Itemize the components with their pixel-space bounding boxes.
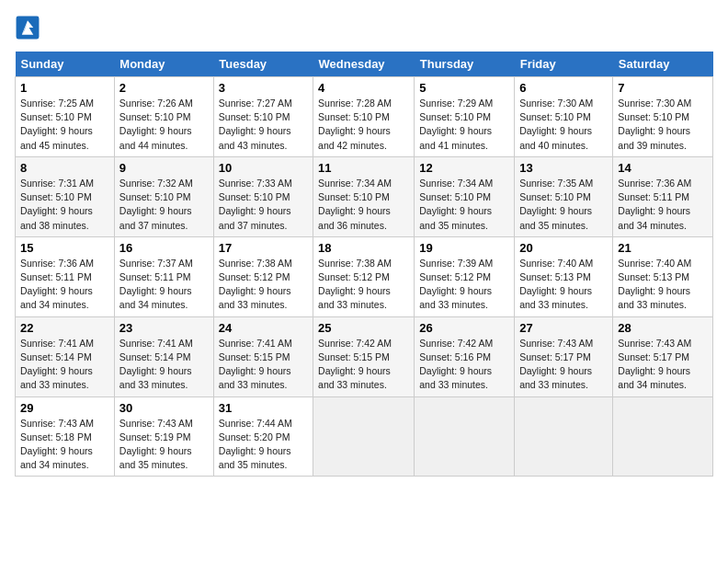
weekday-header-sunday: Sunday [16,52,115,77]
calendar-cell: 25Sunrise: 7:42 AMSunset: 5:15 PMDayligh… [313,316,415,396]
day-number: 28 [618,321,708,335]
calendar-cell: 12Sunrise: 7:34 AMSunset: 5:10 PMDayligh… [415,156,515,236]
day-number: 1 [20,81,109,95]
day-info: Sunrise: 7:40 AMSunset: 5:13 PMDaylight:… [519,257,608,313]
day-number: 16 [119,241,209,255]
day-info: Sunrise: 7:41 AMSunset: 5:14 PMDaylight:… [119,337,209,393]
day-number: 31 [219,401,308,415]
calendar-cell: 9Sunrise: 7:32 AMSunset: 5:10 PMDaylight… [114,156,213,236]
weekday-header-saturday: Saturday [613,52,713,77]
day-info: Sunrise: 7:41 AMSunset: 5:14 PMDaylight:… [20,337,109,393]
day-number: 24 [219,321,308,335]
calendar-cell: 14Sunrise: 7:36 AMSunset: 5:11 PMDayligh… [613,156,713,236]
calendar-cell: 24Sunrise: 7:41 AMSunset: 5:15 PMDayligh… [213,316,313,396]
calendar-cell: 6Sunrise: 7:30 AMSunset: 5:10 PMDaylight… [515,77,613,157]
day-number: 13 [519,161,608,175]
day-info: Sunrise: 7:44 AMSunset: 5:20 PMDaylight:… [219,417,308,473]
day-info: Sunrise: 7:36 AMSunset: 5:11 PMDaylight:… [618,177,708,233]
day-number: 3 [219,81,308,95]
day-number: 14 [618,161,708,175]
day-info: Sunrise: 7:25 AMSunset: 5:10 PMDaylight:… [20,97,109,153]
day-number: 15 [20,241,109,255]
day-number: 8 [20,161,109,175]
calendar-cell: 19Sunrise: 7:39 AMSunset: 5:12 PMDayligh… [415,236,515,316]
day-number: 22 [20,321,109,335]
day-number: 7 [618,81,708,95]
day-number: 17 [219,241,308,255]
day-info: Sunrise: 7:34 AMSunset: 5:10 PMDaylight:… [419,177,509,233]
day-info: Sunrise: 7:40 AMSunset: 5:13 PMDaylight:… [618,257,708,313]
calendar-cell [313,396,415,477]
page-header [15,15,713,40]
calendar-cell: 7Sunrise: 7:30 AMSunset: 5:10 PMDaylight… [613,77,713,157]
day-number: 4 [318,81,409,95]
day-info: Sunrise: 7:42 AMSunset: 5:16 PMDaylight:… [419,337,509,393]
day-number: 25 [318,321,409,335]
day-info: Sunrise: 7:39 AMSunset: 5:12 PMDaylight:… [419,257,509,313]
calendar-cell: 15Sunrise: 7:36 AMSunset: 5:11 PMDayligh… [16,236,115,316]
calendar-cell: 4Sunrise: 7:28 AMSunset: 5:10 PMDaylight… [313,77,415,157]
day-number: 20 [519,241,608,255]
day-info: Sunrise: 7:42 AMSunset: 5:15 PMDaylight:… [318,337,409,393]
day-info: Sunrise: 7:38 AMSunset: 5:12 PMDaylight:… [318,257,409,313]
weekday-header-friday: Friday [515,52,613,77]
calendar-cell: 21Sunrise: 7:40 AMSunset: 5:13 PMDayligh… [613,236,713,316]
calendar-cell: 16Sunrise: 7:37 AMSunset: 5:11 PMDayligh… [114,236,213,316]
day-info: Sunrise: 7:36 AMSunset: 5:11 PMDaylight:… [20,257,109,313]
calendar-cell: 28Sunrise: 7:43 AMSunset: 5:17 PMDayligh… [613,316,713,396]
day-number: 30 [119,401,209,415]
day-info: Sunrise: 7:35 AMSunset: 5:10 PMDaylight:… [519,177,608,233]
day-number: 19 [419,241,509,255]
day-info: Sunrise: 7:28 AMSunset: 5:10 PMDaylight:… [318,97,409,153]
day-info: Sunrise: 7:26 AMSunset: 5:10 PMDaylight:… [119,97,209,153]
calendar-cell: 8Sunrise: 7:31 AMSunset: 5:10 PMDaylight… [16,156,115,236]
day-number: 27 [519,321,608,335]
day-number: 29 [20,401,109,415]
day-number: 18 [318,241,409,255]
day-info: Sunrise: 7:43 AMSunset: 5:17 PMDaylight:… [618,337,708,393]
calendar-table: SundayMondayTuesdayWednesdayThursdayFrid… [15,52,713,477]
day-info: Sunrise: 7:43 AMSunset: 5:18 PMDaylight:… [20,417,109,473]
logo [15,15,44,40]
calendar-cell: 27Sunrise: 7:43 AMSunset: 5:17 PMDayligh… [515,316,613,396]
logo-icon [15,15,40,40]
calendar-cell: 10Sunrise: 7:33 AMSunset: 5:10 PMDayligh… [213,156,313,236]
weekday-header-wednesday: Wednesday [313,52,415,77]
day-info: Sunrise: 7:41 AMSunset: 5:15 PMDaylight:… [219,337,308,393]
day-info: Sunrise: 7:38 AMSunset: 5:12 PMDaylight:… [219,257,308,313]
weekday-header-monday: Monday [114,52,213,77]
calendar-cell: 23Sunrise: 7:41 AMSunset: 5:14 PMDayligh… [114,316,213,396]
day-info: Sunrise: 7:30 AMSunset: 5:10 PMDaylight:… [618,97,708,153]
day-info: Sunrise: 7:34 AMSunset: 5:10 PMDaylight:… [318,177,409,233]
day-info: Sunrise: 7:33 AMSunset: 5:10 PMDaylight:… [219,177,308,233]
day-number: 12 [419,161,509,175]
calendar-cell: 26Sunrise: 7:42 AMSunset: 5:16 PMDayligh… [415,316,515,396]
calendar-week-3: 15Sunrise: 7:36 AMSunset: 5:11 PMDayligh… [16,236,713,316]
day-info: Sunrise: 7:27 AMSunset: 5:10 PMDaylight:… [219,97,308,153]
calendar-cell: 13Sunrise: 7:35 AMSunset: 5:10 PMDayligh… [515,156,613,236]
calendar-cell: 17Sunrise: 7:38 AMSunset: 5:12 PMDayligh… [213,236,313,316]
day-number: 5 [419,81,509,95]
calendar-cell [415,396,515,477]
day-number: 21 [618,241,708,255]
calendar-week-5: 29Sunrise: 7:43 AMSunset: 5:18 PMDayligh… [16,396,713,477]
day-info: Sunrise: 7:43 AMSunset: 5:17 PMDaylight:… [519,337,608,393]
calendar-cell [515,396,613,477]
day-number: 6 [519,81,608,95]
day-info: Sunrise: 7:29 AMSunset: 5:10 PMDaylight:… [419,97,509,153]
weekday-header-row: SundayMondayTuesdayWednesdayThursdayFrid… [16,52,713,77]
calendar-cell: 29Sunrise: 7:43 AMSunset: 5:18 PMDayligh… [16,396,115,477]
calendar-cell: 11Sunrise: 7:34 AMSunset: 5:10 PMDayligh… [313,156,415,236]
day-info: Sunrise: 7:37 AMSunset: 5:11 PMDaylight:… [119,257,209,313]
calendar-cell [613,396,713,477]
day-number: 11 [318,161,409,175]
calendar-body: 1Sunrise: 7:25 AMSunset: 5:10 PMDaylight… [16,77,713,477]
calendar-cell: 30Sunrise: 7:43 AMSunset: 5:19 PMDayligh… [114,396,213,477]
day-number: 10 [219,161,308,175]
day-info: Sunrise: 7:43 AMSunset: 5:19 PMDaylight:… [119,417,209,473]
calendar-cell: 18Sunrise: 7:38 AMSunset: 5:12 PMDayligh… [313,236,415,316]
day-info: Sunrise: 7:30 AMSunset: 5:10 PMDaylight:… [519,97,608,153]
day-info: Sunrise: 7:32 AMSunset: 5:10 PMDaylight:… [119,177,209,233]
day-number: 9 [119,161,209,175]
calendar-cell: 22Sunrise: 7:41 AMSunset: 5:14 PMDayligh… [16,316,115,396]
